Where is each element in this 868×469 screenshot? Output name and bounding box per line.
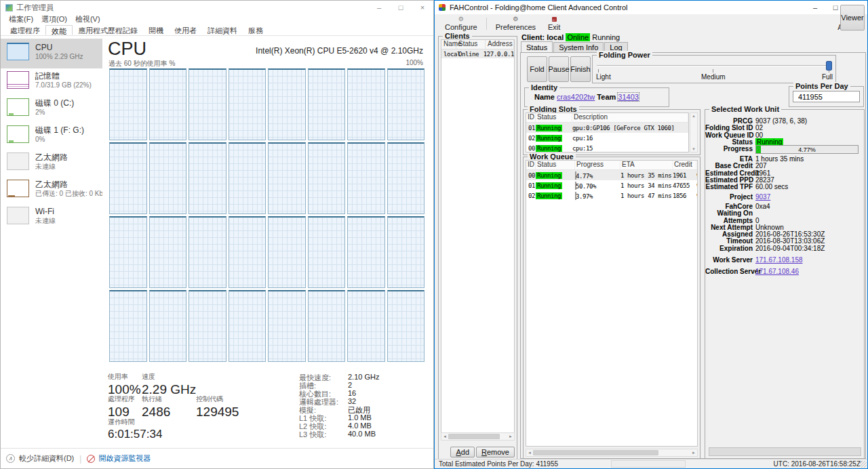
cpu-core-graph bbox=[149, 142, 187, 214]
wu-field-link[interactable]: 171.67.108.46 bbox=[755, 268, 799, 275]
preferences-button[interactable]: ⚙ Preferences bbox=[490, 16, 542, 31]
column-header-status[interactable]: Status bbox=[536, 113, 572, 122]
column-header-description[interactable]: Description bbox=[572, 113, 688, 122]
wu-field-row: Assigned2016-08-26T16:53:30Z bbox=[705, 230, 864, 237]
cpu-core-graph bbox=[268, 290, 306, 362]
tab-3[interactable]: 開機 bbox=[143, 25, 169, 35]
column-header-progress[interactable]: Progress bbox=[575, 161, 620, 169]
wu-field-link[interactable]: 9037 bbox=[755, 193, 770, 201]
column-header-name[interactable]: Name bbox=[441, 40, 456, 49]
configure-button[interactable]: ⚙ Configure bbox=[439, 16, 484, 31]
folding-slot-row[interactable]: 00Runningcpu:15 bbox=[526, 143, 688, 152]
cpu-core-graph bbox=[387, 142, 425, 214]
sidebar-item--1-f-g-[interactable]: 磁碟 1 (F: G:)0% bbox=[1, 123, 102, 150]
cpu-stat-3: 執行緒2486 bbox=[142, 394, 170, 420]
finish-button[interactable]: Finish bbox=[570, 56, 591, 82]
column-header-status[interactable]: Status bbox=[536, 161, 575, 169]
team-number-link[interactable]: 31403 bbox=[618, 93, 639, 101]
viewer-button[interactable]: Viewer bbox=[840, 5, 865, 30]
folding-slot-row[interactable]: 01Runninggpu:0:GP106 [GeForce GTX 1060] bbox=[526, 123, 688, 133]
column-header-prcg[interactable]: PR bbox=[696, 161, 698, 169]
wu-field-link[interactable]: 171.67.108.158 bbox=[755, 256, 803, 264]
sidebar-item--[interactable]: 記憶體7.0/31.9 GB (22%) bbox=[1, 68, 102, 96]
sidebar-item--[interactable]: 乙太網路未連線 bbox=[1, 150, 102, 177]
cpu-heading: CPU bbox=[108, 39, 146, 60]
fahcontrol-statusbar: Total Estimated Points Per Day: 411955 U… bbox=[435, 459, 867, 468]
add-client-button[interactable]: Add bbox=[450, 447, 475, 457]
close-button[interactable]: × bbox=[412, 1, 433, 14]
utc-clock: UTC: 2016-08-26T16:58:25Z bbox=[774, 460, 861, 468]
performance-sidebar: CPU100% 2.29 GHz記憶體7.0/31.9 GB (22%)磁碟 0… bbox=[1, 39, 102, 448]
column-header-credit[interactable]: Credit bbox=[673, 161, 696, 169]
wu-eta: 1 hours 47 mins bbox=[620, 192, 673, 199]
less-details-button[interactable]: 較少詳細資料(D) bbox=[19, 453, 74, 464]
donor-name-link[interactable]: cras4202tw bbox=[557, 93, 595, 101]
tab-0[interactable]: 處理程序 bbox=[5, 25, 45, 35]
sidebar-item-cpu[interactable]: CPU100% 2.29 GHz bbox=[1, 39, 102, 68]
scroll-right-icon[interactable]: ► bbox=[690, 451, 697, 455]
tab-4[interactable]: 使用者 bbox=[169, 25, 202, 35]
scroll-right-icon[interactable]: ► bbox=[507, 434, 514, 439]
tab-2[interactable]: 應用程式歷程記錄 bbox=[73, 25, 143, 35]
work-queue-row[interactable]: 01Running50.70%1 hours 34 mins476559 bbox=[526, 180, 697, 190]
scroll-left-icon[interactable]: ◄ bbox=[526, 451, 533, 455]
statusbar-segment bbox=[611, 460, 686, 468]
remove-client-button[interactable]: Remove bbox=[476, 447, 515, 457]
exit-button[interactable]: ← Exit bbox=[542, 16, 566, 31]
wu-credit: 1856 bbox=[673, 192, 696, 199]
detail-value: 32 bbox=[348, 397, 356, 405]
column-header-eta[interactable]: ETA bbox=[620, 161, 673, 169]
tab-5[interactable]: 詳細資料 bbox=[202, 25, 243, 35]
sidebar-item-text: 乙太網路未連線 bbox=[35, 152, 68, 171]
clients-horizontal-scrollbar[interactable]: ◄ ► bbox=[441, 432, 515, 441]
sidebar-item--0-c-[interactable]: 磁碟 0 (C:)2% bbox=[1, 96, 102, 123]
fold-button[interactable]: Fold bbox=[527, 56, 547, 82]
column-header-address[interactable]: Address bbox=[486, 40, 514, 49]
wu-field-value: 171.67.108.158 bbox=[755, 256, 803, 264]
work-queue-row[interactable]: 02Running3.97%1 hours 47 mins18569 bbox=[526, 190, 697, 201]
sidebar-item-sub: 2% bbox=[35, 108, 74, 117]
wu-field-row: Collection Server171.67.108.46 bbox=[705, 268, 864, 274]
scroll-down-icon[interactable]: ▼ bbox=[692, 147, 696, 151]
minimize-button[interactable]: – bbox=[805, 1, 825, 14]
column-header-id[interactable]: ID bbox=[526, 113, 536, 122]
menu-item[interactable]: 檔案(F) bbox=[5, 14, 37, 24]
column-header-id[interactable]: ID bbox=[526, 161, 536, 169]
work-queue-horizontal-scrollbar[interactable]: ◄ ► bbox=[526, 449, 698, 457]
wu-field-row: Progress4.77% bbox=[705, 145, 864, 155]
client-row[interactable]: local Online 127.0.0.1 bbox=[441, 49, 514, 58]
folding-slot-row[interactable]: 02Runningcpu:16 bbox=[526, 133, 688, 143]
tab-6[interactable]: 服務 bbox=[243, 25, 269, 35]
fahcontrol-title: FAHControl - Folding@home Client Advance… bbox=[450, 3, 627, 12]
work-queue-row[interactable]: 00Running4.77%1 hours 35 mins19619 bbox=[526, 170, 697, 180]
folding-power-slider-track[interactable] bbox=[597, 65, 831, 66]
wu-field-row: Estimated PPD28237 bbox=[705, 176, 864, 183]
stat-label: 執行緒 bbox=[142, 394, 170, 404]
tab-performance[interactable]: 效能 bbox=[45, 25, 73, 35]
sidebar-item-name: 乙太網路 bbox=[35, 180, 102, 189]
resize-grip[interactable] bbox=[860, 461, 867, 468]
tab-status[interactable]: Status bbox=[521, 41, 553, 52]
points-per-day-title: Points Per Day bbox=[793, 82, 850, 90]
column-header-status[interactable]: Status bbox=[456, 40, 486, 49]
wu-field-row: Work Server171.67.108.158 bbox=[705, 256, 864, 263]
maximize-button[interactable]: □ bbox=[390, 1, 412, 14]
minimize-button[interactable]: – bbox=[368, 1, 390, 14]
wu-field-label: Estimated TPF bbox=[705, 183, 753, 190]
sidebar-item-wi-fi[interactable]: Wi-Fi未連線 bbox=[1, 204, 102, 231]
selected-work-unit-scrollbar[interactable] bbox=[709, 447, 861, 456]
menu-item[interactable]: 選項(O) bbox=[38, 14, 71, 24]
slot-description: gpu:0:GP106 [GeForce GTX 1060] bbox=[572, 125, 688, 131]
cpu-panel: CPU Intel(R) Xeon(R) CPU E5-2620 v4 @ 2.… bbox=[102, 36, 433, 448]
menu-item[interactable]: 檢視(V) bbox=[72, 14, 104, 24]
total-ppd-status: Total Estimated Points Per Day: 411955 bbox=[439, 460, 558, 468]
scroll-up-icon[interactable]: ▲ bbox=[692, 114, 696, 118]
pause-button[interactable]: Pause bbox=[549, 56, 569, 82]
folding-slots-scrollbar[interactable]: ▲ ▼ bbox=[690, 113, 698, 152]
scroll-left-icon[interactable]: ◄ bbox=[441, 434, 448, 439]
sidebar-item--[interactable]: 乙太網路已傳送: 0 已接收: 0 Kbp bbox=[1, 177, 102, 204]
stat-value: 6:01:57:34 bbox=[108, 428, 162, 441]
folding-power-slider-handle[interactable] bbox=[826, 61, 832, 70]
open-resource-monitor-link[interactable]: 開啟資源監視器 bbox=[98, 453, 151, 464]
stat-label: 處理程序 bbox=[108, 394, 135, 404]
